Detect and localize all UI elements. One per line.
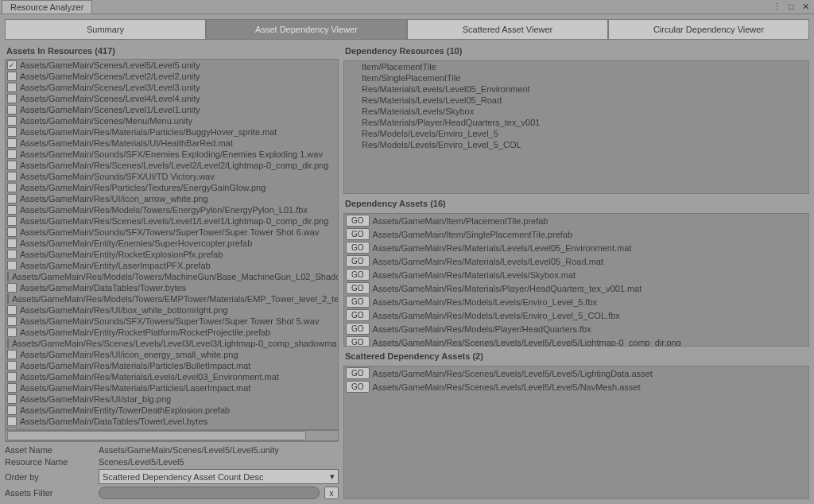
asset-checkbox[interactable] xyxy=(7,105,17,114)
asset-row[interactable]: Assets/GameMain/Sounds/SFX/Towers/SuperT… xyxy=(6,316,338,327)
asset-checkbox[interactable] xyxy=(7,261,17,270)
asset-checkbox[interactable] xyxy=(7,350,17,359)
asset-checkbox[interactable] xyxy=(7,361,17,370)
window-menu-icon[interactable]: ⋮ xyxy=(771,2,782,12)
asset-checkbox[interactable] xyxy=(7,339,9,348)
go-button[interactable]: GO xyxy=(346,336,370,347)
asset-row[interactable]: Assets/GameMain/Res/Materials/UI/HealthB… xyxy=(6,138,338,149)
asset-checkbox[interactable] xyxy=(7,272,9,281)
asset-checkbox[interactable] xyxy=(7,283,17,293)
assets-filter-input[interactable] xyxy=(99,487,320,499)
asset-checkbox[interactable] xyxy=(7,172,17,181)
dep-assets-list[interactable]: GOAssets/GameMain/Item/PlacementTile.pre… xyxy=(343,213,809,347)
go-button[interactable]: GO xyxy=(346,228,370,240)
dep-asset-row[interactable]: GOAssets/GameMain/Res/Materials/Player/H… xyxy=(344,281,808,295)
asset-row[interactable]: Assets/GameMain/Res/UI/box_white_bottomr… xyxy=(6,304,338,316)
go-button[interactable]: GO xyxy=(346,323,370,335)
asset-row[interactable]: Assets/GameMain/Res/Particles/Textures/E… xyxy=(6,182,338,193)
asset-checkbox[interactable] xyxy=(7,83,17,92)
tab-asset-dependency-viewer[interactable]: Asset Dependency Viewer xyxy=(206,19,407,40)
dep-asset-row[interactable]: GOAssets/GameMain/Res/Models/Player/Head… xyxy=(344,322,808,335)
asset-row[interactable]: Assets/GameMain/Scenes/Level3/Level3.uni… xyxy=(6,82,338,93)
asset-row[interactable]: Assets/GameMain/Scenes/Level4/Level4.uni… xyxy=(6,93,338,104)
dep-resource-row[interactable]: Item/SinglePlacementTile xyxy=(344,72,808,83)
dep-asset-row[interactable]: GOAssets/GameMain/Res/Materials/Levels/L… xyxy=(344,254,808,268)
dep-asset-row[interactable]: GOAssets/GameMain/Res/Models/Levels/Envi… xyxy=(344,308,808,322)
scattered-list[interactable]: GOAssets/GameMain/Res/Scenes/Levels/Leve… xyxy=(343,366,809,499)
asset-checkbox[interactable] xyxy=(7,216,17,226)
asset-checkbox[interactable] xyxy=(7,328,17,337)
asset-checkbox[interactable] xyxy=(7,405,17,415)
asset-checkbox[interactable] xyxy=(7,372,17,382)
asset-row[interactable]: Assets/GameMain/Res/UI/icon_energy_small… xyxy=(6,349,338,360)
asset-row[interactable]: Assets/GameMain/Entity/RocketExplosionPf… xyxy=(6,249,338,260)
scattered-asset-row[interactable]: GOAssets/GameMain/Res/Scenes/Levels/Leve… xyxy=(344,380,808,394)
asset-row[interactable]: Assets/GameMain/Scenes/Menu/Menu.unity xyxy=(6,115,338,126)
asset-row[interactable]: Assets/GameMain/Res/Materials/Levels/Lev… xyxy=(6,371,338,382)
asset-checkbox[interactable] xyxy=(7,183,17,192)
asset-checkbox[interactable] xyxy=(7,138,17,148)
dep-asset-row[interactable]: GOAssets/GameMain/Item/PlacementTile.pre… xyxy=(344,214,808,227)
go-button[interactable]: GO xyxy=(346,309,370,321)
dep-resource-row[interactable]: Res/Materials/Levels/Level05_Road xyxy=(344,95,808,106)
asset-row[interactable]: Assets/GameMain/DataTables/TowerLevel.by… xyxy=(6,416,338,427)
asset-checkbox[interactable] xyxy=(7,428,17,430)
asset-checkbox[interactable] xyxy=(7,250,17,259)
asset-checkbox[interactable] xyxy=(7,161,17,170)
asset-row[interactable]: Assets/GameMain/Entity/Enemies/SuperHove… xyxy=(6,238,338,249)
asset-row[interactable]: Assets/GameMain/Sounds/SFX/Enemies Explo… xyxy=(6,149,338,160)
tab-circular-dependency-viewer[interactable]: Circular Dependency Viewer xyxy=(608,19,809,40)
asset-checkbox[interactable] xyxy=(7,149,17,159)
asset-row[interactable]: Assets/GameMain/Scenes/Level1/Level1.uni… xyxy=(6,104,338,115)
asset-row[interactable]: Assets/GameMain/Res/Models/Towers/Machin… xyxy=(6,271,338,282)
dep-asset-row[interactable]: GOAssets/GameMain/Res/Models/Levels/Envi… xyxy=(344,295,808,308)
asset-checkbox[interactable] xyxy=(7,72,17,81)
dep-resource-row[interactable]: Res/Models/Levels/Enviro_Level_5_COL xyxy=(344,139,808,150)
asset-checkbox[interactable] xyxy=(7,394,17,404)
window-maximize-icon[interactable]: □ xyxy=(785,2,797,12)
go-button[interactable]: GO xyxy=(346,381,370,393)
asset-row[interactable]: Assets/GameMain/Res/Materials/Particles/… xyxy=(6,126,338,138)
asset-checkbox[interactable] xyxy=(7,127,17,137)
go-button[interactable]: GO xyxy=(346,296,370,308)
go-button[interactable]: GO xyxy=(346,242,370,254)
dep-resource-row[interactable]: Res/Materials/Levels/Level05_Environment xyxy=(344,83,808,95)
go-button[interactable]: GO xyxy=(346,215,370,227)
dep-asset-row[interactable]: GOAssets/GameMain/Res/Scenes/Levels/Leve… xyxy=(344,335,808,347)
go-button[interactable]: GO xyxy=(346,367,370,379)
dep-resource-row[interactable]: Res/Materials/Player/HeadQuarters_tex_v0… xyxy=(344,117,808,128)
asset-checkbox[interactable] xyxy=(7,194,17,204)
asset-row[interactable]: Assets/GameMain/Res/UI/icon_arrow_white.… xyxy=(6,193,338,204)
scattered-asset-row[interactable]: GOAssets/GameMain/Res/Scenes/Levels/Leve… xyxy=(344,366,808,380)
asset-row[interactable]: Assets/GameMain/Res/Scenes/Levels/Level1… xyxy=(6,215,338,227)
asset-checkbox[interactable] xyxy=(7,227,17,237)
asset-checkbox[interactable] xyxy=(7,116,17,126)
asset-row[interactable]: Assets/GameMain/Entity/RocketPlatform/Ro… xyxy=(6,327,338,338)
asset-row[interactable]: Assets/GameMain/Sounds/SFX/Towers/SuperT… xyxy=(6,227,338,238)
dep-resource-row[interactable]: Res/Materials/Levels/Skybox xyxy=(344,106,808,117)
asset-row[interactable]: Assets/GameMain/Entity/TowerDeathExplosi… xyxy=(6,405,338,416)
order-by-select[interactable]: Scattered Dependency Asset Count Desc ▾ xyxy=(99,469,339,484)
asset-checkbox[interactable] xyxy=(7,383,17,393)
assets-hscroll[interactable] xyxy=(5,430,339,441)
dep-asset-row[interactable]: GOAssets/GameMain/Item/SinglePlacementTi… xyxy=(344,227,808,241)
dep-resources-list[interactable]: Item/PlacementTileItem/SinglePlacementTi… xyxy=(343,60,809,194)
asset-row[interactable]: Assets/GameMain/Scenes/Level2/Level2.uni… xyxy=(6,71,338,82)
dep-resource-row[interactable]: Item/PlacementTile xyxy=(344,61,808,72)
asset-row[interactable]: Assets/GameMain/Res/Models/Towers/EMPTow… xyxy=(6,293,338,304)
asset-row[interactable]: Assets/GameMain/Res/UI/star_big.png xyxy=(6,394,338,405)
dep-asset-row[interactable]: GOAssets/GameMain/Res/Materials/Levels/L… xyxy=(344,241,808,254)
assets-list[interactable]: ✓Assets/GameMain/Scenes/Level5/Level5.un… xyxy=(5,59,339,430)
asset-checkbox[interactable] xyxy=(7,94,17,103)
go-button[interactable]: GO xyxy=(346,269,370,281)
asset-checkbox[interactable] xyxy=(7,316,17,326)
asset-checkbox[interactable]: ✓ xyxy=(7,60,17,70)
asset-row[interactable]: Assets/GameMain/Res/Scenes/Levels/Level3… xyxy=(6,338,338,349)
tab-summary[interactable]: Summary xyxy=(5,19,206,40)
asset-checkbox[interactable] xyxy=(7,205,17,215)
asset-checkbox[interactable] xyxy=(7,294,9,304)
asset-checkbox[interactable] xyxy=(7,417,17,426)
window-close-icon[interactable]: ✕ xyxy=(800,2,811,12)
asset-row[interactable]: Assets/GameMain/Res/Materials/Particles/… xyxy=(6,360,338,371)
asset-row[interactable]: Assets/GameMain/DataTables/Tower.bytes xyxy=(6,282,338,293)
